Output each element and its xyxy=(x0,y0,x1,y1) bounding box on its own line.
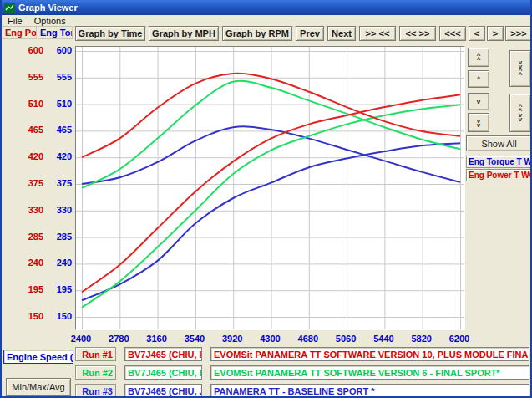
torque-tick-555: 555 xyxy=(40,72,72,82)
window-title: Graph Viewer xyxy=(18,3,78,13)
show-all-button[interactable]: Show All xyxy=(466,135,532,151)
torque-tick-330: 330 xyxy=(40,205,72,215)
rpm-tick-4300: 4300 xyxy=(254,334,287,344)
rpm-tick-3160: 3160 xyxy=(140,334,174,344)
graph-by-rpm-button[interactable]: Graph by RPM xyxy=(222,26,292,41)
rpm-tick-5440: 5440 xyxy=(367,334,400,344)
run2-label: Run #2 xyxy=(75,365,116,380)
power-tick-150: 150 xyxy=(12,311,43,321)
power-tick-510: 510 xyxy=(12,99,43,109)
down-chevron-icon: v xyxy=(477,100,480,104)
channel-label-power: Eng Power T WC xyxy=(466,169,532,181)
graph-by-mph-button[interactable]: Graph by MPH xyxy=(149,26,219,41)
rpm-tick-4680: 4680 xyxy=(291,334,325,344)
power-tick-375: 375 xyxy=(12,178,43,188)
rpm-tick-6200: 6200 xyxy=(443,334,476,344)
scale-double-up-button[interactable]: ^ ^ xyxy=(468,48,489,67)
title-bar[interactable]: Graph Viewer xyxy=(2,0,530,15)
collapse-vertical-button[interactable]: v v ^ ^ xyxy=(509,50,531,87)
rpm-tick-2780: 2780 xyxy=(102,334,135,344)
run1-label: Run #1 xyxy=(75,347,116,361)
rpm-tick-5820: 5820 xyxy=(405,334,438,344)
zoom-out-x-button[interactable]: << >> xyxy=(399,26,436,41)
menu-bar: File Options xyxy=(2,15,530,27)
torque-tick-420: 420 xyxy=(40,151,72,161)
run2-description-field[interactable]: EVOMSit PANAMERA TT SOFTWARE VERSION 6 -… xyxy=(210,365,529,380)
chart-plot-area[interactable] xyxy=(75,46,465,330)
power-tick-555: 555 xyxy=(12,72,43,82)
torque-tick-600: 600 xyxy=(40,45,72,55)
run3-label: Run #3 xyxy=(75,384,116,398)
menu-options[interactable]: Options xyxy=(34,16,66,26)
run3-description-field[interactable]: PANAMERA TT - BASELINE SPORT * xyxy=(210,384,529,398)
power-tick-330: 330 xyxy=(12,205,43,215)
scale-down-button[interactable]: v xyxy=(468,93,489,110)
double-up-chevron-icon: ^ ^ xyxy=(477,54,481,62)
channel-label-torque: Eng Torque T W xyxy=(466,156,532,168)
torque-tick-240: 240 xyxy=(40,258,72,268)
scroll-far-left-button[interactable]: <<< xyxy=(439,26,466,41)
next-button[interactable]: Next xyxy=(327,26,356,41)
torque-tick-510: 510 xyxy=(40,99,72,109)
power-tick-465: 465 xyxy=(12,125,43,135)
run2-vehicle-field[interactable]: BV7J465 (CHIU, ISSA xyxy=(124,365,202,380)
expand-vertical-button[interactable]: ^ ^ v v xyxy=(509,94,531,132)
power-tick-285: 285 xyxy=(12,232,43,242)
app-icon xyxy=(4,3,15,13)
up-chevron-icon: ^ xyxy=(477,77,481,81)
rpm-tick-3540: 3540 xyxy=(178,334,211,344)
torque-tick-465: 465 xyxy=(40,125,72,135)
run1-vehicle-field[interactable]: BV7J465 (CHIU, ISSA xyxy=(124,347,202,361)
power-tick-240: 240 xyxy=(12,258,43,268)
zoom-in-x-button[interactable]: >> << xyxy=(359,26,396,41)
run3-vehicle-field[interactable]: BV7J465 (CHIU, JUIL xyxy=(124,384,202,398)
x-axis-channel-field[interactable]: Engine Speed (R xyxy=(3,350,73,364)
power-tick-420: 420 xyxy=(12,151,43,161)
graph-viewer-window: Graph Viewer File Options Eng Powe Eng T… xyxy=(0,0,532,398)
scale-double-down-button[interactable]: v v xyxy=(468,113,489,132)
menu-file[interactable]: File xyxy=(8,16,23,26)
torque-tick-150: 150 xyxy=(40,311,72,321)
torque-tick-285: 285 xyxy=(40,232,72,242)
double-down-chevron-icon: v v xyxy=(477,119,480,127)
torque-tick-375: 375 xyxy=(40,178,72,188)
power-tick-600: 600 xyxy=(12,45,43,55)
scroll-left-button[interactable]: < xyxy=(469,26,485,41)
scale-up-button[interactable]: ^ xyxy=(468,70,489,88)
prev-button[interactable]: Prev xyxy=(296,26,324,41)
min-max-avg-button[interactable]: Min/Max/Avg xyxy=(6,378,71,396)
run1-description-field[interactable]: EVOMSit PANAMERA TT SOFTWARE VERSION 10,… xyxy=(210,347,529,361)
rpm-tick-5060: 5060 xyxy=(329,334,362,344)
power-tick-195: 195 xyxy=(12,284,43,294)
dyno-chart xyxy=(76,47,464,329)
scroll-far-right-button[interactable]: >>> xyxy=(505,26,532,41)
torque-axis-header: Eng Torq xyxy=(38,26,73,39)
graph-by-time-button[interactable]: Graph by Time xyxy=(75,26,145,41)
torque-tick-195: 195 xyxy=(40,284,72,294)
expand-chevrons-icon: ^ ^ v v xyxy=(519,105,523,121)
rpm-tick-3920: 3920 xyxy=(215,334,249,344)
power-axis-header: Eng Powe xyxy=(3,26,37,39)
scroll-right-button[interactable]: > xyxy=(487,26,504,41)
rpm-tick-2400: 2400 xyxy=(64,334,98,344)
collapse-chevrons-icon: v v ^ ^ xyxy=(519,60,523,77)
